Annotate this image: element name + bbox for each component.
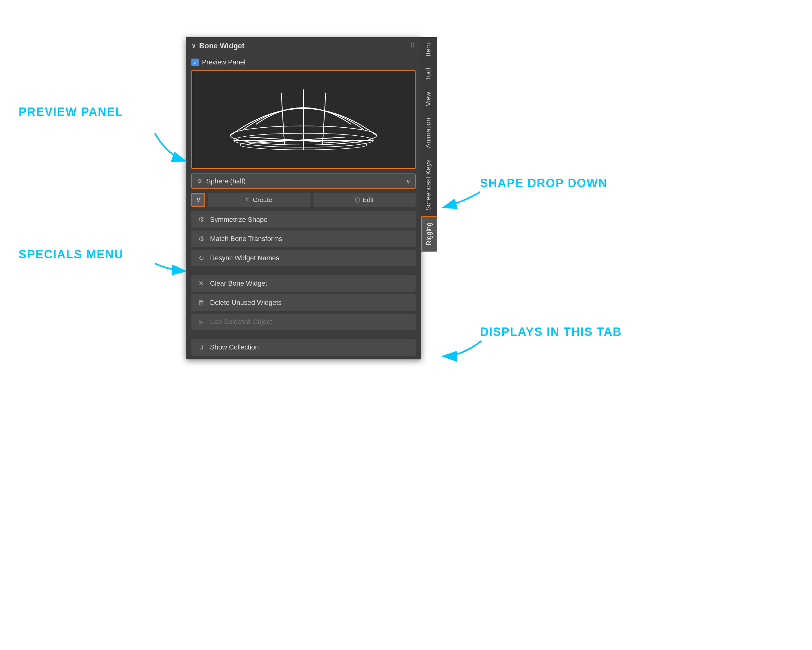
delete-unused-icon: 🗑 (197, 299, 206, 307)
sidebar-tab-screencast[interactable]: Screencast Keys (421, 154, 437, 216)
delete-unused-label: Delete Unused Widgets (210, 299, 281, 307)
panel-container: ∨ Bone Widget ⠿ ✓ Preview Panel (186, 37, 437, 359)
create-button[interactable]: ⧉ Create (208, 193, 311, 206)
sidebar-tab-rigging[interactable]: Rigging (421, 216, 437, 252)
create-label: Create (253, 196, 272, 203)
sidebar-tabs: Item Tool View Animation Screencast Keys… (421, 37, 437, 252)
spacer-2 (191, 333, 415, 336)
show-collection-button[interactable]: ∪ Show Collection (191, 339, 415, 356)
spacer-1 (191, 269, 415, 273)
match-bone-label: Match Bone Transforms (210, 235, 282, 243)
use-selected-icon: ▶ (197, 318, 206, 326)
displays-tab-annotation: DISPLAYS IN THIS TAB (480, 325, 622, 339)
symmetrize-label: Symmetrize Shape (210, 216, 267, 224)
symmetrize-icon: ⚙ (197, 216, 206, 224)
panel-title-row: ∨ Bone Widget (191, 41, 244, 50)
clear-bone-label: Clear Bone Widget (210, 280, 267, 288)
show-collection-icon: ∪ (197, 343, 206, 351)
symmetrize-shape-button[interactable]: ⚙ Symmetrize Shape (191, 211, 415, 228)
sidebar-tab-tool[interactable]: Tool (421, 62, 437, 86)
specials-menu-button[interactable]: ∨ (191, 193, 205, 207)
sidebar-tab-view[interactable]: View (421, 86, 437, 112)
preview-panel-annotation: PREVIEW PANEL (18, 106, 123, 119)
panel-title: Bone Widget (199, 41, 244, 50)
svg-line-2 (281, 93, 284, 144)
specials-menu-annotation: SPECIALS MENU (18, 248, 123, 261)
specials-chevron-icon: ∨ (196, 196, 201, 203)
main-panel: ∨ Bone Widget ⠿ ✓ Preview Panel (186, 37, 421, 359)
sidebar-tab-item[interactable]: Item (421, 37, 437, 62)
toolbar-row: ∨ ⧉ Create ⬡ Edit (191, 193, 415, 207)
match-bone-icon: ⚙ (197, 235, 206, 243)
edit-label: Edit (363, 196, 374, 203)
svg-line-3 (323, 93, 326, 144)
sidebar-tab-animation[interactable]: Animation (421, 112, 437, 154)
preview-viewport (191, 70, 415, 169)
clear-bone-icon: ✕ (197, 280, 206, 288)
use-selected-object-button: ▶ Use Selected Object (191, 314, 415, 330)
resync-icon: ↻ (197, 254, 206, 262)
preview-panel-checkbox[interactable]: ✓ (191, 58, 199, 66)
shape-dropdown-annotation: SHAPE DROP DOWN (480, 177, 607, 190)
edit-button[interactable]: ⬡ Edit (313, 193, 416, 206)
menu-buttons: ⚙ Symmetrize Shape ⚙ Match Bone Transfor… (191, 211, 415, 356)
preview-panel-row: ✓ Preview Panel (191, 58, 415, 66)
show-collection-label: Show Collection (210, 343, 259, 351)
clear-bone-widget-button[interactable]: ✕ Clear Bone Widget (191, 275, 415, 292)
panel-collapse-icon[interactable]: ∨ (191, 42, 196, 50)
use-selected-label: Use Selected Object (210, 318, 272, 326)
panel-header: ∨ Bone Widget ⠿ (186, 37, 421, 55)
panel-body: ✓ Preview Panel (186, 55, 421, 359)
resync-label: Resync Widget Names (210, 254, 279, 262)
filter-icon: ⬡ (355, 196, 360, 203)
shape-dropdown-arrow-icon: ∨ (406, 177, 411, 185)
shape-dropdown-icon: ⛭ (196, 177, 203, 185)
delete-unused-widgets-button[interactable]: 🗑 Delete Unused Widgets (191, 294, 415, 311)
shape-dropdown[interactable]: ⛭ Sphere (half) ∨ (191, 173, 415, 189)
panel-options-icon[interactable]: ⠿ (410, 42, 415, 50)
preview-panel-label: Preview Panel (202, 58, 246, 66)
copy-icon: ⧉ (246, 196, 250, 203)
shape-dropdown-value: Sphere (half) (206, 177, 403, 185)
match-bone-transforms-button[interactable]: ⚙ Match Bone Transforms (191, 231, 415, 247)
resync-widget-names-button[interactable]: ↻ Resync Widget Names (191, 250, 415, 266)
